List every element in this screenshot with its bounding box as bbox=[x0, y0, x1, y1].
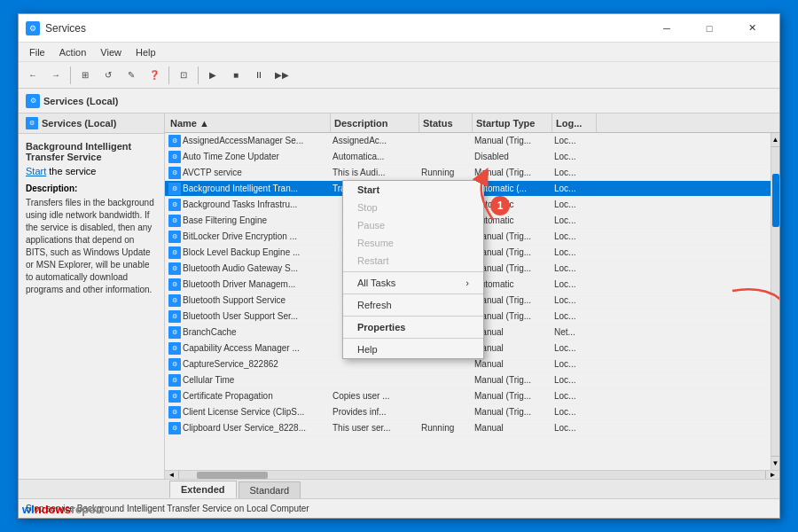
forward-button[interactable]: → bbox=[45, 65, 66, 86]
watermark: windowsreport bbox=[22, 503, 104, 516]
sidebar: ⚙ Services (Local) Background Intelligen… bbox=[19, 113, 165, 479]
toolbar-sep-1 bbox=[70, 66, 71, 84]
cm-pause: Pause bbox=[343, 216, 483, 234]
service-icon: ⚙ bbox=[168, 294, 181, 307]
cm-help[interactable]: Help bbox=[343, 340, 483, 358]
bottom-tabs: Extended Standard bbox=[19, 479, 779, 498]
service-icon: ⚙ bbox=[168, 278, 181, 291]
horiz-scrollbar-thumb[interactable] bbox=[197, 472, 268, 479]
minimize-button[interactable]: ─ bbox=[646, 14, 687, 43]
table-row[interactable]: ⚙Clipboard User Service_8228... This use… bbox=[165, 420, 771, 436]
service-icon: ⚙ bbox=[168, 406, 181, 419]
cm-sep-3 bbox=[343, 316, 483, 317]
toolbar-sep-2 bbox=[168, 66, 169, 84]
col-header-startup[interactable]: Startup Type bbox=[473, 113, 552, 132]
service-icon: ⚙ bbox=[168, 310, 181, 323]
table-row[interactable]: ⚙AVCTP service This is Audi... Running M… bbox=[165, 165, 771, 181]
tab-extended[interactable]: Extended bbox=[169, 481, 237, 498]
badge-1: 1 bbox=[490, 196, 510, 215]
address-text: Services (Local) bbox=[43, 96, 118, 106]
window-title: Services bbox=[45, 22, 86, 35]
sidebar-description: Background Intelligent Transfer Service … bbox=[19, 134, 164, 479]
scroll-up-button[interactable]: ▲ bbox=[771, 133, 779, 147]
service-icon: ⚙ bbox=[168, 199, 181, 211]
edit-button[interactable]: ✎ bbox=[121, 65, 142, 86]
stop-button[interactable]: ■ bbox=[225, 65, 246, 86]
sidebar-header: ⚙ Services (Local) bbox=[19, 113, 164, 134]
wm-ndows: ndows bbox=[35, 503, 71, 516]
close-button[interactable]: ✕ bbox=[732, 14, 772, 43]
service-start-link[interactable]: Start bbox=[26, 166, 46, 176]
desc-label: Description: bbox=[26, 184, 157, 193]
cm-resume: Resume bbox=[343, 234, 483, 252]
service-action-line: Start the service bbox=[26, 166, 157, 176]
service-icon: ⚙ bbox=[168, 390, 181, 403]
table-row[interactable]: ⚙AssignedAccessManager Se... AssignedAc.… bbox=[165, 133, 771, 149]
service-icon: ⚙ bbox=[168, 326, 181, 339]
service-icon: ⚙ bbox=[168, 215, 181, 227]
status-bar: Stop service Background Intelligent Tran… bbox=[19, 498, 779, 518]
table-row[interactable]: ⚙Cellular Time Manual (Trig... Loc... bbox=[165, 372, 771, 388]
col-header-status[interactable]: Status bbox=[419, 113, 473, 132]
table-row[interactable]: ⚙Certificate Propagation Copies user ...… bbox=[165, 388, 771, 404]
col-header-log[interactable]: Log... bbox=[552, 113, 597, 132]
toolbar: ← → ⊞ ↺ ✎ ❓ ⊡ ▶ ■ ⏸ ▶▶ bbox=[19, 62, 779, 89]
menu-action[interactable]: Action bbox=[52, 45, 94, 59]
table-row[interactable]: ⚙Auto Time Zone Updater Automatica... Di… bbox=[165, 149, 771, 165]
col-header-name[interactable]: Name ▲ bbox=[167, 113, 331, 132]
service-icon: ⚙ bbox=[168, 135, 181, 147]
table-header: Name ▲ Description Status Startup Type L… bbox=[165, 113, 779, 133]
toolbar-sep-3 bbox=[198, 66, 199, 84]
horizontal-scrollbar[interactable]: ◄ ► bbox=[165, 470, 779, 479]
context-menu: Start Stop Pause Resume Restart All Task… bbox=[342, 180, 484, 359]
show-tree-button[interactable]: ⊞ bbox=[74, 65, 96, 86]
table-row[interactable]: ⚙Client License Service (ClipS... Provid… bbox=[165, 404, 771, 420]
maximize-button[interactable]: □ bbox=[689, 14, 730, 43]
scroll-track bbox=[771, 254, 779, 456]
horiz-scroll-track bbox=[286, 471, 765, 479]
play-button[interactable]: ▶ bbox=[202, 65, 223, 86]
pause-button[interactable]: ⏸ bbox=[248, 65, 270, 86]
help-button[interactable]: ❓ bbox=[144, 65, 165, 86]
back-button[interactable]: ← bbox=[22, 65, 43, 86]
service-icon: ⚙ bbox=[168, 151, 181, 163]
service-action-suffix: the service bbox=[46, 166, 96, 176]
service-description-text: Transfers files in the background using … bbox=[26, 197, 157, 296]
sidebar-title: Services (Local) bbox=[42, 118, 116, 129]
selected-service-title: Background Intelligent Transfer Service bbox=[26, 141, 157, 162]
title-bar-left: ⚙ Services bbox=[26, 21, 86, 35]
sidebar-icon: ⚙ bbox=[26, 117, 38, 129]
scroll-left-button[interactable]: ◄ bbox=[165, 471, 179, 479]
main-content: ⚙ Services (Local) Background Intelligen… bbox=[19, 113, 779, 479]
cm-sep-2 bbox=[343, 293, 483, 294]
address-icon: ⚙ bbox=[26, 94, 40, 108]
title-bar: ⚙ Services ─ □ ✕ bbox=[19, 14, 779, 43]
col-header-description[interactable]: Description bbox=[331, 113, 419, 132]
wm-windows: wi bbox=[22, 503, 35, 516]
service-icon: ⚙ bbox=[168, 358, 181, 371]
tab-standard[interactable]: Standard bbox=[239, 481, 301, 498]
cm-sep-4 bbox=[343, 338, 483, 339]
cm-refresh[interactable]: Refresh bbox=[343, 296, 483, 314]
cm-properties[interactable]: Properties bbox=[343, 318, 483, 336]
services-area: Name ▲ Description Status Startup Type L… bbox=[165, 113, 779, 479]
window-controls: ─ □ ✕ bbox=[646, 14, 772, 43]
cm-start[interactable]: Start bbox=[343, 181, 483, 199]
cm-all-tasks[interactable]: All Tasks › bbox=[343, 274, 483, 292]
skip-button[interactable]: ▶▶ bbox=[271, 65, 293, 86]
menu-help[interactable]: Help bbox=[129, 45, 163, 59]
cm-stop: Stop bbox=[343, 199, 483, 216]
wm-report: report bbox=[71, 503, 105, 516]
scroll-down-button[interactable]: ▼ bbox=[771, 456, 779, 470]
menu-view[interactable]: View bbox=[93, 45, 129, 59]
scrollbar-thumb[interactable] bbox=[772, 174, 779, 227]
service-icon: ⚙ bbox=[168, 183, 181, 195]
service-icon: ⚙ bbox=[168, 231, 181, 243]
vertical-scrollbar[interactable]: ▲ ▼ bbox=[771, 133, 779, 470]
menu-file[interactable]: File bbox=[22, 45, 52, 59]
grid-button[interactable]: ⊡ bbox=[173, 65, 194, 86]
cm-restart: Restart bbox=[343, 252, 483, 270]
app-icon: ⚙ bbox=[26, 21, 40, 35]
scroll-right-button[interactable]: ► bbox=[765, 471, 779, 479]
refresh-button[interactable]: ↺ bbox=[98, 65, 119, 86]
